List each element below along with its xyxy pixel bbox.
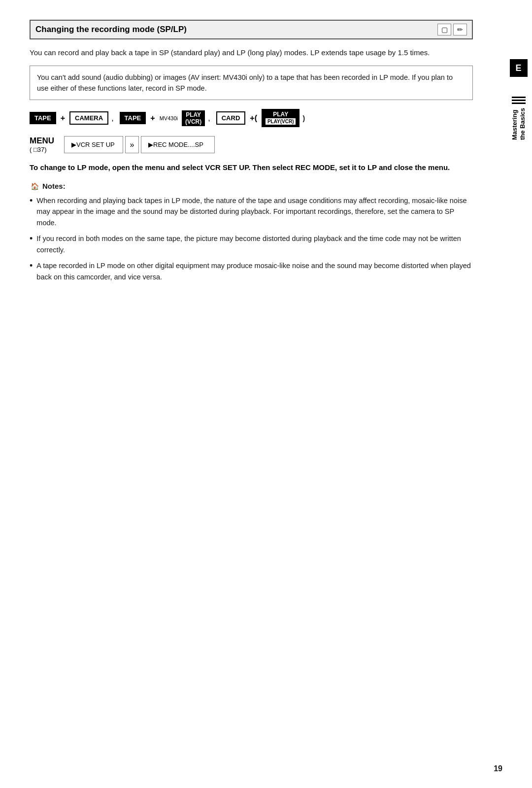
edit-icon: ✏ — [453, 24, 467, 35]
mv430-label: MV430i — [160, 115, 178, 121]
rec-mode-text: ▶REC MODE....SP — [148, 141, 203, 148]
note-item-3: A tape recorded in LP mode on other digi… — [30, 260, 473, 282]
sidebar-line1 — [512, 97, 526, 98]
card-badge: CARD — [216, 111, 246, 125]
vcr-set-up-text: ▶VCR SET UP — [71, 141, 115, 148]
notes-header: 🏠 Notes: — [30, 181, 473, 191]
play-label: PLAY — [186, 111, 201, 118]
play-vcr-combined: PLAY PLAY(VCR) — [262, 109, 300, 127]
comma1: , — [111, 114, 113, 123]
tape2-badge: TAPE — [120, 112, 146, 124]
sidebar-lines — [512, 97, 526, 104]
note-item-1: When recording and playing back tapes in… — [30, 195, 473, 228]
sidebar-line3 — [512, 103, 526, 104]
section-header: Changing the recording mode (SP/LP) ▢ ✏ — [30, 20, 473, 39]
notes-list: When recording and playing back tapes in… — [30, 195, 473, 282]
close-paren: ) — [302, 114, 305, 122]
plus3: +( — [250, 114, 257, 123]
diagram-area: TAPE + CAMERA , TAPE + MV430i PLAY (VCR)… — [30, 109, 473, 153]
warning-box: You can't add sound (audio dubbing) or i… — [30, 66, 473, 101]
menu-row: MENU ( □37) ▶VCR SET UP » ▶REC MODE....S… — [30, 136, 473, 153]
section-title: Changing the recording mode (SP/LP) — [35, 25, 187, 34]
page-number: 19 — [494, 764, 502, 773]
comma2: , — [208, 114, 210, 123]
menu-bold: MENU — [30, 136, 59, 146]
sidebar-e-tab: E — [510, 59, 528, 77]
warning-text: You can't add sound (audio dubbing) or i… — [37, 73, 453, 92]
diagram-row1: TAPE + CAMERA , TAPE + MV430i PLAY (VCR)… — [30, 109, 473, 127]
camera-badge: CAMERA — [69, 111, 108, 125]
notes-title: Notes: — [42, 182, 66, 190]
sidebar-line2 — [512, 100, 526, 101]
play-vcr-badge: PLAY (VCR) — [182, 110, 205, 127]
header-icons: ▢ ✏ — [437, 24, 467, 35]
menu-label-area: MENU ( □37) — [30, 136, 59, 153]
menu-sub: ( □37) — [30, 146, 59, 153]
double-arrow: » — [125, 136, 139, 153]
right-sidebar: E Mastering the Basics — [505, 0, 532, 788]
bold-instruction: To change to LP mode, open the menu and … — [30, 162, 473, 173]
plus1: + — [61, 114, 65, 123]
note-item-2: If you record in both modes on the same … — [30, 233, 473, 255]
notes-icon: 🏠 — [30, 181, 39, 191]
plus2: + — [150, 114, 155, 123]
tape-icon: ▢ — [437, 24, 451, 35]
play-vcr-inner: PLAY(VCR) — [265, 118, 297, 125]
play-label2: PLAY — [273, 111, 288, 118]
tape1-badge: TAPE — [30, 112, 56, 124]
menu-box1: ▶VCR SET UP — [64, 136, 123, 153]
intro-text: You can record and play back a tape in S… — [30, 47, 473, 59]
vcr-label: (VCR) — [185, 118, 201, 125]
sidebar-vertical-text: Mastering the Basics — [511, 97, 526, 140]
menu-box2: ▶REC MODE....SP — [141, 136, 215, 153]
sidebar-text: Mastering the Basics — [511, 108, 526, 140]
